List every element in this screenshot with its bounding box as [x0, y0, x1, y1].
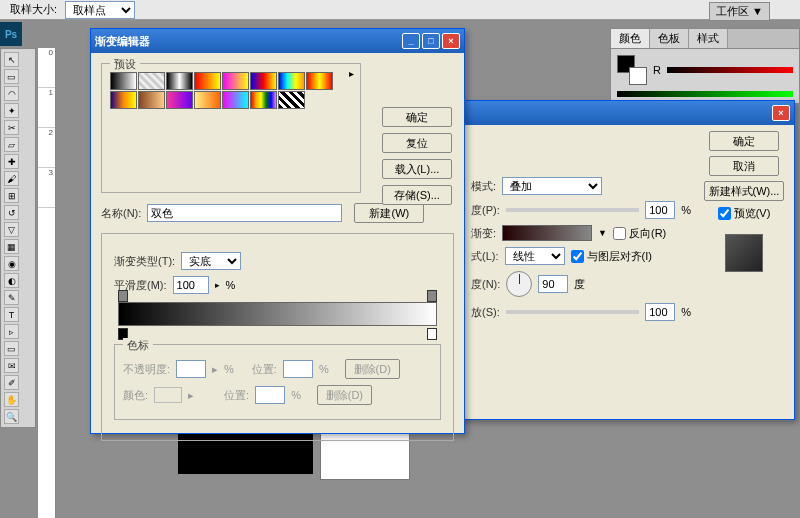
- scale-input[interactable]: [645, 303, 675, 321]
- angle-dial[interactable]: [506, 271, 532, 297]
- stops-legend: 色标: [123, 338, 153, 353]
- type-label: 渐变类型(T):: [114, 254, 175, 269]
- tool-notes[interactable]: ✉: [4, 358, 19, 373]
- preset-swatch[interactable]: [250, 91, 277, 109]
- minimize-icon[interactable]: _: [402, 33, 420, 49]
- align-check[interactable]: 与图层对齐(I): [571, 249, 652, 264]
- new-button[interactable]: 新建(W): [354, 203, 424, 223]
- scale-slider[interactable]: [506, 310, 639, 314]
- workspace-dropdown[interactable]: 工作区 ▼: [709, 2, 770, 21]
- tool-shape[interactable]: ▭: [4, 341, 19, 356]
- vertical-ruler: 0123: [38, 48, 56, 518]
- color-panel: 颜色 色板 样式 R: [610, 28, 800, 104]
- tool-heal[interactable]: ✚: [4, 154, 19, 169]
- ok-button[interactable]: 确定: [382, 107, 452, 127]
- opacity-input[interactable]: [645, 201, 675, 219]
- gradient-bar[interactable]: [118, 302, 437, 326]
- fg-bg-swatch[interactable]: [617, 55, 647, 85]
- opacity-stop[interactable]: [118, 290, 128, 302]
- delete-stop-button: 删除(D): [345, 359, 400, 379]
- color-stop[interactable]: [427, 328, 437, 340]
- reset-button[interactable]: 复位: [382, 133, 452, 153]
- load-button[interactable]: 载入(L)...: [382, 159, 452, 179]
- ls-newstyle-button[interactable]: 新建样式(W)...: [704, 181, 784, 201]
- sample-size-select[interactable]: 取样点: [65, 1, 135, 19]
- tool-slice[interactable]: ▱: [4, 137, 19, 152]
- ls-preview-thumb: [725, 234, 763, 272]
- save-button[interactable]: 存储(S)...: [382, 185, 452, 205]
- ls-ok-button[interactable]: 确定: [709, 131, 779, 151]
- preset-swatch[interactable]: [138, 91, 165, 109]
- preset-swatch[interactable]: [222, 72, 249, 90]
- r-slider[interactable]: [667, 67, 793, 73]
- preset-swatch[interactable]: [138, 72, 165, 90]
- angle-input[interactable]: [538, 275, 568, 293]
- preset-swatch[interactable]: [194, 91, 221, 109]
- tool-history[interactable]: ↺: [4, 205, 19, 220]
- tool-zoom[interactable]: 🔍: [4, 409, 19, 424]
- tab-swatches[interactable]: 色板: [650, 29, 689, 48]
- stop-opacity-input: [176, 360, 206, 378]
- tool-move[interactable]: ↖: [4, 52, 19, 67]
- stop-pos-input: [283, 360, 313, 378]
- dialog-title: 渐变编辑器: [95, 34, 150, 49]
- blend-mode-select[interactable]: 叠加: [502, 177, 602, 195]
- tool-eyedrop[interactable]: ✐: [4, 375, 19, 390]
- preset-grid: [110, 72, 352, 109]
- preset-swatch[interactable]: [278, 72, 305, 90]
- tool-gradient[interactable]: ▦: [4, 239, 19, 254]
- preset-swatch[interactable]: [222, 91, 249, 109]
- tool-crop[interactable]: ✂: [4, 120, 19, 135]
- tool-dodge[interactable]: ◐: [4, 273, 19, 288]
- tool-type[interactable]: T: [4, 307, 19, 322]
- grad-style-select[interactable]: 线性: [505, 247, 565, 265]
- gradient-picker[interactable]: [502, 225, 592, 241]
- ls-cancel-button[interactable]: 取消: [709, 156, 779, 176]
- stop-color-swatch: [154, 387, 182, 403]
- preset-swatch[interactable]: [166, 91, 193, 109]
- name-input[interactable]: [147, 204, 342, 222]
- stop-pos2-input: [255, 386, 285, 404]
- tool-stamp[interactable]: ⊞: [4, 188, 19, 203]
- tool-pen[interactable]: ✎: [4, 290, 19, 305]
- layer-style-dialog: × 确定 取消 新建样式(W)... 预览(V) 模式:叠加 度(P):% 渐变…: [460, 100, 795, 420]
- delete-stop2-button: 删除(D): [317, 385, 372, 405]
- layer-style-titlebar[interactable]: ×: [461, 101, 794, 125]
- gradient-editor-dialog: 渐变编辑器 _ □ × 确定 复位 载入(L)... 存储(S)... 预设 ▸: [90, 28, 465, 434]
- preset-swatch[interactable]: [194, 72, 221, 90]
- maximize-icon[interactable]: □: [422, 33, 440, 49]
- preset-swatch[interactable]: [278, 91, 305, 109]
- tool-path[interactable]: ▹: [4, 324, 19, 339]
- ls-preview-check[interactable]: 预览(V): [718, 206, 771, 221]
- tab-color[interactable]: 颜色: [611, 29, 650, 48]
- preset-swatch[interactable]: [250, 72, 277, 90]
- tool-eraser[interactable]: ▽: [4, 222, 19, 237]
- tool-hand[interactable]: ✋: [4, 392, 19, 407]
- g-slider[interactable]: [617, 91, 793, 97]
- tool-marquee[interactable]: ▭: [4, 69, 19, 84]
- preset-swatch[interactable]: [110, 72, 137, 90]
- name-label: 名称(N):: [101, 206, 141, 221]
- tool-blur[interactable]: ◉: [4, 256, 19, 271]
- app-icon: Ps: [0, 22, 22, 46]
- close-icon[interactable]: ×: [442, 33, 460, 49]
- preset-swatch[interactable]: [166, 72, 193, 90]
- opacity-slider[interactable]: [506, 208, 639, 212]
- tool-brush[interactable]: 🖌: [4, 171, 19, 186]
- close-icon[interactable]: ×: [772, 105, 790, 121]
- opacity-stop[interactable]: [427, 290, 437, 302]
- smooth-input[interactable]: [173, 276, 209, 294]
- tool-wand[interactable]: ✦: [4, 103, 19, 118]
- r-label: R: [653, 64, 661, 76]
- preset-menu-icon[interactable]: ▸: [349, 68, 354, 79]
- gradient-editor-titlebar[interactable]: 渐变编辑器 _ □ ×: [91, 29, 464, 53]
- options-bar: 取样大小: 取样点: [0, 0, 800, 20]
- type-select[interactable]: 实底: [181, 252, 241, 270]
- preset-swatch[interactable]: [306, 72, 333, 90]
- sample-size-label: 取样大小:: [10, 2, 57, 17]
- preset-swatch[interactable]: [110, 91, 137, 109]
- tool-lasso[interactable]: ◠: [4, 86, 19, 101]
- tab-styles[interactable]: 样式: [689, 29, 728, 48]
- reverse-check[interactable]: 反向(R): [613, 226, 666, 241]
- tools-panel: ↖▭ ◠✦ ✂▱ ✚🖌 ⊞↺ ▽▦ ◉◐ ✎T ▹▭ ✉✐ ✋🔍: [0, 48, 36, 428]
